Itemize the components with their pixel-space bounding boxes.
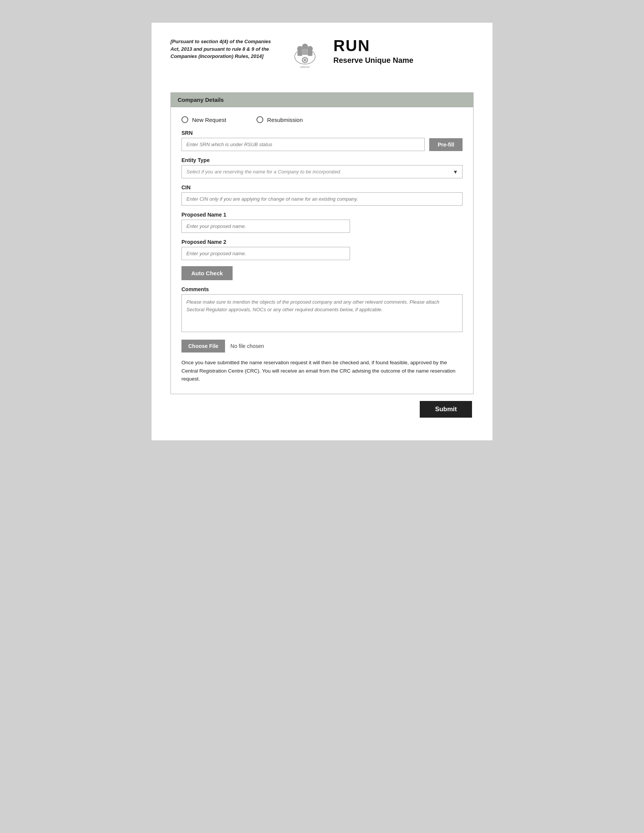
prefill-button[interactable]: Pre-fill (429, 138, 462, 151)
proposed-name-2-label: Proposed Name 2 (182, 239, 462, 245)
cin-field-group: CIN (182, 184, 462, 206)
file-upload-row: Choose File No file chosen (182, 339, 462, 352)
svg-rect-5 (308, 50, 312, 56)
cin-input[interactable] (182, 192, 462, 206)
radio-circle-resubmission (256, 116, 263, 123)
form-card-header: Company Details (171, 93, 473, 107)
radio-circle-new (182, 116, 188, 123)
no-file-label: No file chosen (230, 343, 264, 349)
choose-file-button[interactable]: Choose File (182, 339, 225, 352)
srn-input[interactable] (182, 138, 425, 151)
radio-new-request[interactable]: New Request (182, 116, 226, 123)
proposed-name-1-label: Proposed Name 1 (182, 212, 462, 218)
page-container: [Pursuant to section 4(4) of the Compani… (151, 23, 493, 441)
run-title: RUN (333, 38, 473, 54)
entity-type-field-group: Entity Type Select if you are reserving … (182, 157, 462, 178)
resubmission-label: Resubmission (267, 117, 303, 123)
cin-label: CIN (182, 184, 462, 190)
auto-check-button[interactable]: Auto Check (182, 266, 233, 280)
radio-resubmission[interactable]: Resubmission (256, 116, 303, 123)
svg-rect-4 (297, 50, 302, 56)
entity-type-select[interactable]: Select if you are reserving the name for… (182, 165, 462, 178)
legal-text: [Pursuant to section 4(4) of the Compani… (171, 38, 277, 60)
submit-area: Submit (171, 401, 473, 418)
new-request-label: New Request (192, 117, 226, 123)
submit-button[interactable]: Submit (420, 401, 472, 418)
svg-text:सत्यमेव जयते: सत्यमेव जयते (300, 66, 309, 68)
emblem-icon: सत्यमेव जयते (288, 38, 322, 72)
svg-rect-6 (302, 49, 308, 55)
srn-label: SRN (182, 130, 462, 136)
comments-label: Comments (182, 286, 462, 292)
proposed-name-2-input[interactable] (182, 247, 350, 260)
form-body: New Request Resubmission SRN Pre-fill En… (171, 107, 473, 394)
comments-field-group: Comments (182, 286, 462, 334)
comments-textarea[interactable] (182, 294, 462, 332)
entity-type-wrapper: Select if you are reserving the name for… (182, 165, 462, 178)
srn-row: Pre-fill (182, 138, 462, 151)
proposed-name-1-field-group: Proposed Name 1 (182, 212, 462, 233)
run-subtitle: Reserve Unique Name (333, 56, 473, 65)
radio-group: New Request Resubmission (182, 116, 462, 123)
proposed-name-2-field-group: Proposed Name 2 (182, 239, 462, 260)
entity-type-label: Entity Type (182, 157, 462, 163)
info-text: Once you have submitted the name reserva… (182, 359, 462, 383)
emblem-container: सत्यमेव जयते (288, 38, 322, 74)
run-brand: RUN Reserve Unique Name (333, 38, 473, 65)
header: [Pursuant to section 4(4) of the Compani… (171, 38, 473, 74)
proposed-name-1-input[interactable] (182, 220, 350, 233)
form-card: Company Details New Request Resubmission… (171, 92, 473, 394)
srn-field-group: SRN Pre-fill (182, 130, 462, 151)
